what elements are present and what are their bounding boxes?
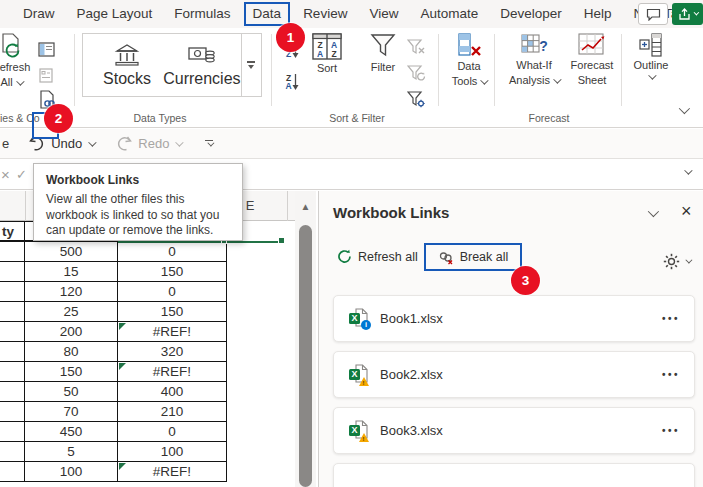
break-all-links-button[interactable]: Break all	[424, 243, 522, 271]
forecast-sheet-label: Forecast	[571, 59, 614, 72]
cell[interactable]: 50	[25, 382, 118, 402]
collapse-pane-chevron-icon[interactable]	[648, 206, 659, 217]
tab-formulas[interactable]: Formulas	[163, 0, 241, 28]
cell[interactable]	[0, 302, 25, 322]
confirm-entry-icon[interactable]: ✓	[16, 167, 27, 182]
filter-button[interactable]: Filter	[359, 33, 407, 74]
cell[interactable]	[0, 362, 25, 382]
workbook-link-card[interactable]: X!Book3.xlsx•••	[333, 407, 695, 454]
close-pane-icon[interactable]: ×	[681, 201, 692, 222]
refresh-all-links-label: Refresh all	[358, 250, 418, 264]
fill-handle[interactable]	[278, 237, 285, 244]
cell[interactable]	[0, 342, 25, 362]
refresh-all-button[interactable]: Refresh All	[0, 33, 36, 89]
collapse-ribbon-chevron-icon[interactable]	[679, 103, 690, 114]
cell[interactable]: 200	[25, 322, 118, 342]
what-if-analysis-button[interactable]: ? What-If Analysis	[503, 33, 565, 87]
cell-value: 100	[161, 444, 184, 459]
tab-page-layout[interactable]: Page Layout	[66, 0, 164, 28]
more-options-button[interactable]: •••	[662, 425, 680, 436]
tab-label: View	[369, 6, 398, 21]
forecast-sheet-label2: Sheet	[578, 74, 607, 87]
cell[interactable]: ty	[0, 221, 25, 242]
workbook-link-card-partial[interactable]	[333, 463, 695, 487]
cell[interactable]	[0, 422, 25, 442]
customize-qat-button[interactable]	[205, 140, 213, 148]
refresh-all-links-button[interactable]: Refresh all	[337, 249, 418, 264]
cell[interactable]	[0, 402, 25, 422]
workbook-links-pane: Workbook Links × Refresh all Break all	[319, 191, 703, 487]
forecast-sheet-button[interactable]: Forecast Sheet	[565, 33, 619, 87]
cell[interactable]	[0, 382, 25, 402]
workbook-link-name: Book3.xlsx	[380, 423, 443, 438]
cell[interactable]: #REF!	[118, 462, 227, 482]
share-button[interactable]	[672, 3, 703, 25]
properties-button[interactable]	[35, 64, 57, 86]
svg-text:X: X	[351, 369, 357, 379]
cell[interactable]: 0	[118, 242, 227, 262]
vertical-scrollbar[interactable]: ▲	[295, 191, 316, 487]
tab-draw[interactable]: Draw	[12, 0, 66, 28]
cell[interactable]: 0	[118, 282, 227, 302]
scrollbar-thumb[interactable]	[299, 225, 312, 487]
scroll-up-arrow-icon[interactable]: ▲	[295, 195, 316, 219]
reapply-filter-button[interactable]	[405, 62, 427, 84]
cell[interactable]: 120	[25, 282, 118, 302]
cell[interactable]: #REF!	[118, 362, 227, 382]
cell-value: #REF!	[153, 464, 191, 479]
cell[interactable]	[0, 282, 25, 302]
cell[interactable]	[0, 322, 25, 342]
advanced-filter-button[interactable]	[405, 88, 427, 110]
more-options-button[interactable]: •••	[662, 313, 680, 324]
link-settings-button[interactable]	[663, 253, 690, 270]
cell[interactable]: 100	[118, 442, 227, 462]
cell[interactable]	[0, 442, 25, 462]
cell[interactable]: 25	[25, 302, 118, 322]
tab-help[interactable]: Help	[573, 0, 623, 28]
gallery-more-arrow-icon	[248, 65, 254, 69]
cell[interactable]: 320	[118, 342, 227, 362]
data-tools-button[interactable]: Data Tools	[445, 33, 493, 88]
tab-data[interactable]: Data 1	[244, 2, 291, 26]
tab-view[interactable]: View	[358, 0, 409, 28]
tab-developer[interactable]: Developer	[489, 0, 573, 28]
outline-button[interactable]: Outline	[625, 33, 677, 80]
cell[interactable]: 450	[25, 422, 118, 442]
queries-connections-button[interactable]	[35, 38, 57, 60]
comments-button[interactable]	[638, 3, 668, 25]
workbook-link-card[interactable]: XiBook1.xlsx•••	[333, 295, 695, 342]
cell[interactable]: 0	[118, 422, 227, 442]
sort-button[interactable]: Z A A Z Sort	[303, 33, 351, 75]
cell[interactable]: 15	[25, 262, 118, 282]
cell[interactable]: 80	[25, 342, 118, 362]
cell[interactable]: 5	[25, 442, 118, 462]
expand-formula-bar-chevron-icon[interactable]	[684, 166, 692, 174]
cell[interactable]: #REF!	[118, 322, 227, 342]
stocks-button[interactable]: Stocks	[91, 34, 163, 96]
comment-icon	[646, 8, 661, 21]
cancel-entry-icon[interactable]: ×	[1, 166, 10, 183]
data-types-more-button[interactable]	[241, 34, 261, 96]
sort-za-button[interactable]: ZA	[280, 70, 304, 94]
cell[interactable]: 100	[25, 462, 118, 482]
cell[interactable]: 70	[25, 402, 118, 422]
more-options-button[interactable]: •••	[662, 369, 680, 380]
tab-automate[interactable]: Automate	[409, 0, 489, 28]
cell[interactable]: 150	[25, 362, 118, 382]
cell-value: 500	[60, 244, 83, 259]
cell[interactable]: 210	[118, 402, 227, 422]
cell[interactable]	[0, 242, 25, 262]
cell[interactable]: 500	[25, 242, 118, 262]
undo-button[interactable]: Undo	[29, 136, 94, 151]
workbook-link-card[interactable]: X!Book2.xlsx•••	[333, 351, 695, 398]
cell[interactable]: 150	[118, 302, 227, 322]
clear-filter-button[interactable]	[405, 36, 427, 58]
cell[interactable]	[0, 462, 25, 482]
cell[interactable]: 400	[118, 382, 227, 402]
currencies-button[interactable]: Currencies	[163, 34, 240, 96]
redo-button[interactable]: Redo	[116, 136, 181, 151]
cell[interactable]	[0, 262, 25, 282]
tab-review[interactable]: Review	[292, 0, 358, 28]
redo-icon	[116, 136, 132, 151]
cell[interactable]: 150	[118, 262, 227, 282]
